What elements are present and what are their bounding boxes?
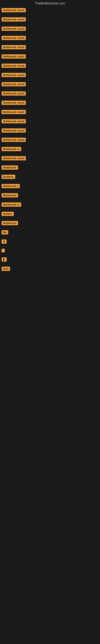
- list-item: Bottleneck result: [0, 52, 100, 62]
- bottleneck-badge[interactable]: Bottleneck result: [1, 36, 26, 40]
- list-item: Bottleneck result: [0, 62, 100, 71]
- list-item: Bottleneck: [0, 219, 100, 228]
- bottleneck-badge[interactable]: Bottleneck: [1, 166, 18, 170]
- bottleneck-badge[interactable]: ▌: [1, 258, 7, 262]
- bottleneck-badge[interactable]: Bottleneck result: [1, 26, 26, 31]
- list-item: Bottlene: [0, 173, 100, 182]
- list-item: Bottleneck result: [0, 136, 100, 145]
- bottleneck-badge[interactable]: Bottleneck: [1, 221, 18, 225]
- bottleneck-badge[interactable]: Bottleneck r: [1, 184, 20, 188]
- list-item: Bottleneck result: [0, 24, 100, 34]
- bottleneck-badge[interactable]: Bottleneck result: [1, 82, 26, 86]
- list-item: Bottleneck: [0, 164, 100, 173]
- bottleneck-badge[interactable]: Bottleneck re: [1, 147, 21, 151]
- list-item: Bottleneck result: [0, 34, 100, 43]
- list-item: Bottleneck result: [0, 15, 100, 24]
- bottleneck-badge[interactable]: Bottleneck: [1, 193, 18, 198]
- list-item: Bottleneck: [0, 191, 100, 200]
- list-item: Bottleneck result: [0, 98, 100, 108]
- bottleneck-badge[interactable]: Bottleneck re: [1, 202, 21, 207]
- bottleneck-badge[interactable]: Bottleneck result: [1, 45, 26, 49]
- bottleneck-badge[interactable]: Bottleneck result: [1, 54, 26, 58]
- list-item: [0, 247, 100, 256]
- bottleneck-badge[interactable]: Bottleneck result: [1, 110, 26, 114]
- bottleneck-badge[interactable]: B: [1, 240, 7, 244]
- bottleneck-badge[interactable]: Bottleneck result: [1, 17, 26, 22]
- list-item: Bottleneck result: [0, 117, 100, 126]
- list-item: Bottleneck result: [0, 71, 100, 80]
- list-item: Bottleneck re: [0, 200, 100, 210]
- list-item: Bottleneck result: [0, 80, 100, 89]
- bottleneck-badge[interactable]: Bottlene: [1, 175, 15, 179]
- list-item: Bottleneck re: [0, 145, 100, 154]
- bottleneck-badge[interactable]: Bottleneck result: [1, 156, 26, 160]
- list-item: B: [0, 238, 100, 247]
- bottleneck-badge[interactable]: Bott: [1, 267, 10, 271]
- bottleneck-badge[interactable]: Bo: [1, 230, 8, 234]
- bottleneck-badge[interactable]: Bottleneck result: [1, 128, 26, 132]
- list-item: Bo: [0, 228, 100, 238]
- site-title: TheBottlenecker.com: [0, 0, 100, 6]
- list-item: Bottleneck result: [0, 43, 100, 52]
- list-item: Bottleneck result: [0, 108, 100, 117]
- items-list: Bottleneck resultBottleneck resultBottle…: [0, 6, 100, 274]
- list-item: Bottlen: [0, 210, 100, 219]
- bottleneck-badge[interactable]: Bottleneck result: [1, 8, 26, 12]
- list-item: Bott: [0, 265, 100, 274]
- site-title-bar: TheBottlenecker.com: [0, 0, 100, 6]
- list-item: Bottleneck r: [0, 182, 100, 191]
- list-item: Bottleneck result: [0, 154, 100, 164]
- list-item: Bottleneck result: [0, 126, 100, 136]
- bottleneck-badge[interactable]: [1, 249, 5, 252]
- bottleneck-badge[interactable]: Bottleneck result: [1, 64, 26, 68]
- bottleneck-badge[interactable]: Bottlen: [1, 212, 14, 216]
- list-item: Bottleneck result: [0, 6, 100, 15]
- bottleneck-badge[interactable]: Bottleneck result: [1, 138, 26, 142]
- bottleneck-badge[interactable]: Bottleneck result: [1, 119, 26, 123]
- bottleneck-badge[interactable]: Bottleneck result: [1, 91, 26, 96]
- list-item: ▌: [0, 256, 100, 265]
- bottleneck-badge[interactable]: Bottleneck result: [1, 73, 26, 77]
- list-item: Bottleneck result: [0, 89, 100, 98]
- bottleneck-badge[interactable]: Bottleneck result: [1, 100, 26, 105]
